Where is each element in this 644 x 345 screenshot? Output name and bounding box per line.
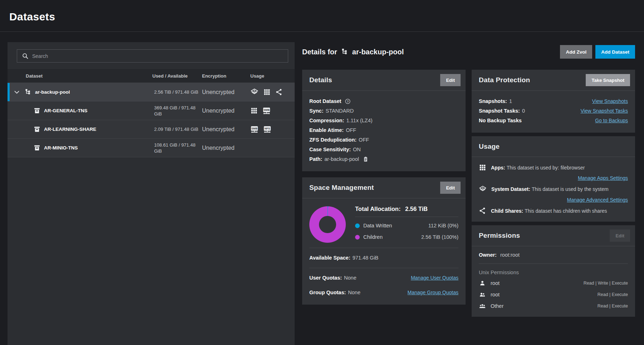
data-written-label: Data Written: [363, 223, 392, 228]
group-name: root: [491, 292, 500, 297]
column-encryption: Encryption: [202, 73, 250, 79]
available-space-label: Available Space:: [309, 253, 350, 263]
children-label: Children: [363, 234, 383, 240]
group-icon: [479, 291, 486, 298]
atime-label: Enable Atime:: [309, 125, 344, 135]
total-allocation-value: 2.56 TiB: [405, 206, 428, 212]
share-icon: [275, 88, 283, 96]
system-dataset-text: This dataset is used by the system: [532, 186, 609, 192]
apps-icon: [263, 88, 271, 96]
table-row[interactable]: AR-GENERAL-TNS 369.48 GiB / 971.48 GiB U…: [8, 101, 295, 120]
user-icon: [479, 280, 486, 287]
add-zvol-button[interactable]: Add Zvol: [560, 45, 592, 59]
take-snapshot-button[interactable]: Take Snapshot: [586, 74, 630, 86]
encryption-value: Unencrypted: [202, 145, 250, 151]
user-perms: Read | Write | Execute: [584, 281, 628, 286]
details-edit-button[interactable]: Edit: [440, 74, 461, 86]
owner-value: root:root: [500, 252, 520, 258]
dataset-icon: [33, 125, 41, 133]
manage-advanced-settings-link[interactable]: Manage Advanced Settings: [567, 197, 628, 203]
backup-tasks-label: No Backup Tasks: [479, 116, 522, 125]
group-quotas-label: Group Quotas:: [309, 288, 346, 297]
compression-value: 1.11x (LZ4): [346, 116, 373, 125]
manage-apps-settings-link[interactable]: Manage Apps Settings: [578, 175, 628, 181]
dedup-label: ZFS Deduplication:: [309, 135, 357, 145]
apps-text: This dataset is used by: filebrowser: [507, 165, 585, 171]
manage-user-quotas-link[interactable]: Manage User Quotas: [411, 273, 458, 283]
go-to-backups-link[interactable]: Go to Backups: [595, 116, 628, 125]
case-label: Case Sensitivity:: [309, 145, 351, 154]
table-row[interactable]: ar-backup-pool 2.56 TiB / 971.48 GiB Une…: [8, 83, 295, 101]
sync-value: STANDARD: [326, 106, 354, 116]
system-dataset-icon: [479, 185, 487, 193]
atime-value: OFF: [346, 125, 356, 135]
column-used-available: Used / Available: [152, 73, 202, 79]
path-label: Path:: [309, 154, 322, 164]
encryption-value: Unencrypted: [202, 89, 250, 95]
space-edit-button[interactable]: Edit: [440, 182, 461, 194]
table-row[interactable]: AR-LEARNING-SHARE 2.09 TiB / 971.48 GiB …: [8, 120, 295, 138]
available-space-value: 971.48 GiB: [353, 253, 379, 263]
details-header: Details for ar-backup-pool Add Zvol Add …: [302, 45, 635, 59]
compression-label: Compression:: [309, 116, 344, 125]
dataset-icon: [33, 144, 41, 152]
view-snapshot-tasks-link[interactable]: View Snapshot Tasks: [580, 106, 628, 116]
table-header: Dataset Used / Available Encryption Usag…: [8, 69, 295, 83]
group-quotas-row: Group Quotas: None Manage Group Quotas: [309, 288, 458, 297]
apps-icon: [479, 164, 486, 171]
permission-row-other: Other Read | Execute: [479, 302, 628, 310]
search-icon: [21, 52, 29, 60]
table-row[interactable]: AR-MINIO-TNS 108.61 GiB / 971.48 GiB Une…: [8, 138, 295, 157]
apps-icon: [250, 107, 258, 114]
dataset-name: AR-GENERAL-TNS: [44, 108, 88, 113]
permissions-card: Permissions Edit Owner: root:root Unix P…: [472, 225, 635, 317]
chevron-down-icon[interactable]: [13, 88, 21, 96]
encryption-value: Unencrypted: [202, 126, 250, 133]
unix-permissions-title: Unix Permissions: [479, 270, 628, 275]
owner-row: Owner: root:root: [479, 252, 628, 264]
search-input[interactable]: [17, 50, 288, 62]
used-available-value: 2.56 TiB / 971.48 GiB: [154, 89, 202, 95]
dedup-value: OFF: [359, 135, 369, 145]
details-card: Details Edit Root Dataset Sync:STANDARD …: [302, 70, 466, 171]
legend-row-children: Children 2.56 TiB (100%): [355, 234, 458, 240]
view-snapshots-link[interactable]: View Snapshots: [592, 97, 628, 106]
space-card-title: Space Management: [309, 184, 374, 192]
owner-label: Owner:: [479, 252, 497, 258]
search-strip: [8, 42, 295, 69]
system-dataset-usage-item: System Dataset:This dataset is used by t…: [479, 186, 628, 193]
root-dataset-icon: [24, 88, 32, 96]
path-value: ar-backup-pool: [324, 154, 359, 164]
apps-label: Apps:: [491, 165, 505, 171]
smb-share-icon: [250, 125, 259, 133]
others-icon: [479, 302, 486, 310]
sync-label: Sync:: [309, 106, 324, 116]
permissions-edit-button[interactable]: Edit: [610, 230, 630, 242]
apps-usage-item: Apps:This dataset is used by: filebrowse…: [479, 164, 628, 171]
dataset-name: AR-LEARNING-SHARE: [44, 127, 96, 132]
details-area: Details for ar-backup-pool Add Zvol Add …: [302, 42, 635, 345]
data-protection-card: Data Protection Take Snapshot Snapshots:…: [472, 70, 635, 133]
details-card-title: Details: [309, 76, 332, 84]
details-for-label: Details for: [302, 48, 337, 56]
permission-row-user: root Read | Write | Execute: [479, 280, 628, 287]
page-header: Datasets: [0, 0, 644, 32]
snapshots-label: Snapshots:: [479, 97, 507, 106]
other-name: Other: [491, 303, 503, 309]
available-space-row: Available Space: 971.48 GiB: [309, 248, 458, 268]
total-allocation-label: Total Allocation:: [355, 206, 400, 212]
help-icon[interactable]: [345, 98, 351, 104]
manage-group-quotas-link[interactable]: Manage Group Quotas: [408, 288, 458, 297]
allocation-donut-chart: [309, 206, 346, 243]
system-dataset-icon: [250, 88, 259, 96]
page-title: Datasets: [9, 11, 635, 23]
copy-icon[interactable]: [363, 156, 369, 162]
children-dot: [355, 235, 360, 240]
group-quotas-value: None: [348, 288, 360, 297]
dataset-name: AR-MINIO-TNS: [44, 145, 78, 151]
nfs-share-icon: [263, 125, 271, 133]
other-perms: Read | Execute: [598, 304, 628, 309]
legend-row-data-written: Data Written 112 KiB (0%): [355, 223, 458, 228]
add-dataset-button[interactable]: Add Dataset: [595, 45, 635, 59]
search-box: [17, 49, 288, 63]
